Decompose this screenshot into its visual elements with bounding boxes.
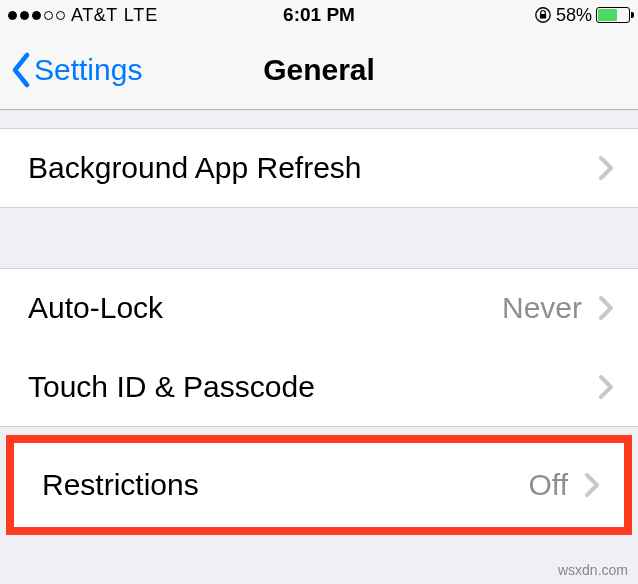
network-type-label: LTE: [124, 5, 159, 26]
back-label: Settings: [34, 53, 142, 87]
row-background-app-refresh[interactable]: Background App Refresh: [0, 128, 638, 208]
row-label: Touch ID & Passcode: [28, 370, 315, 404]
clock-label: 6:01 PM: [283, 4, 355, 26]
status-left: AT&T LTE: [8, 5, 158, 26]
chevron-right-icon: [598, 374, 614, 400]
battery-icon: [596, 7, 630, 23]
chevron-right-icon: [584, 472, 600, 498]
carrier-label: AT&T: [71, 5, 118, 26]
chevron-left-icon: [10, 52, 32, 88]
chevron-right-icon: [598, 295, 614, 321]
row-value: Off: [529, 468, 568, 502]
page-title: General: [263, 53, 375, 87]
row-label: Restrictions: [42, 468, 199, 502]
signal-strength-icon: [8, 11, 65, 20]
row-label: Auto-Lock: [28, 291, 163, 325]
chevron-right-icon: [598, 155, 614, 181]
status-right: 58%: [534, 5, 630, 26]
battery-percent-label: 58%: [556, 5, 592, 26]
watermark-label: wsxdn.com: [558, 562, 628, 578]
highlight-box: Restrictions Off: [6, 435, 632, 535]
row-label: Background App Refresh: [28, 151, 362, 185]
row-value: Never: [502, 291, 582, 325]
svg-rect-1: [540, 14, 546, 19]
status-bar: AT&T LTE 6:01 PM 58%: [0, 0, 638, 30]
row-auto-lock[interactable]: Auto-Lock Never: [0, 268, 638, 348]
row-restrictions[interactable]: Restrictions Off: [14, 443, 624, 527]
nav-bar: Settings General: [0, 30, 638, 110]
back-button[interactable]: Settings: [10, 52, 142, 88]
row-touch-id-passcode[interactable]: Touch ID & Passcode: [0, 347, 638, 427]
orientation-lock-icon: [534, 6, 552, 24]
